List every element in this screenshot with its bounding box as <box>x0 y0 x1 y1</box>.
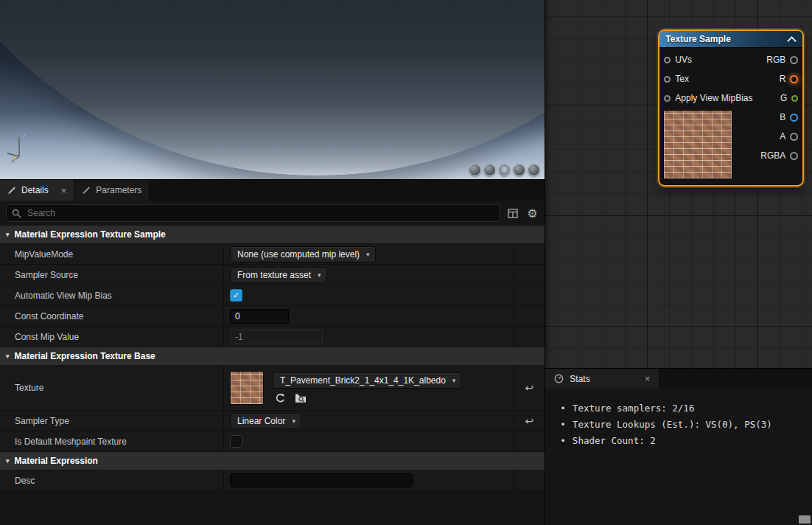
section-material-expression[interactable]: ▾ Material Expression <box>0 452 545 470</box>
search-icon <box>12 209 21 218</box>
section-title: Material Expression Texture Sample <box>15 229 166 240</box>
close-stats-icon[interactable]: × <box>645 373 651 384</box>
output-label: RGBA <box>760 150 785 161</box>
section-texture-base[interactable]: ▾ Material Expression Texture Base <box>0 347 545 366</box>
cylinder-preview-icon[interactable] <box>469 164 481 176</box>
plane-preview-icon[interactable] <box>498 164 511 176</box>
parameters-pencil-icon <box>82 186 91 195</box>
node-inputs: UVs Tex Apply View MipBias <box>659 50 752 108</box>
display-filter-icon[interactable] <box>506 206 519 220</box>
output-label: RGB <box>766 55 785 65</box>
use-selected-asset-icon[interactable] <box>274 392 286 404</box>
tab-stats[interactable]: Stats × <box>545 369 659 389</box>
const-coordinate-input[interactable] <box>230 309 289 324</box>
output-b: B <box>760 108 802 127</box>
section-collapse-icon[interactable]: ▾ <box>6 352 10 360</box>
stat-text: Texture samplers: 2/16 <box>573 400 695 417</box>
material-editor-window: z x Details × <box>0 0 812 525</box>
chevron-down-icon: ▾ <box>292 417 295 425</box>
section-collapse-icon[interactable]: ▾ <box>6 231 10 238</box>
stats-panel: Stats × • Texture samplers: 2/16 • Textu… <box>545 368 812 525</box>
row-texture: Texture T_Pavement_Brick2_1_4x1_4_1K_alb… <box>0 366 545 411</box>
texture-asset-dropdown[interactable]: T_Pavement_Brick2_1_4x1_4_1K_albedo ▾ <box>273 372 461 389</box>
details-pencil-icon <box>7 186 16 195</box>
search-input[interactable] <box>26 207 494 219</box>
output-pin-r[interactable] <box>790 75 798 83</box>
tab-details[interactable]: Details × <box>0 180 74 201</box>
texture-sample-node[interactable]: Texture Sample UVs Tex <box>658 29 804 187</box>
is-default-meshpaint-texture-checkbox[interactable] <box>230 435 242 448</box>
input-label: Tex <box>675 74 689 84</box>
output-label: A <box>780 131 785 142</box>
sampler-source-dropdown[interactable]: From texture asset ▾ <box>230 267 327 283</box>
details-panel: Details × Parameters <box>0 179 545 525</box>
search-box <box>6 204 500 222</box>
property-label: Texture <box>0 366 224 410</box>
output-g: G <box>760 88 802 108</box>
row-const-mip-value: Const Mip Value <box>0 327 545 347</box>
preview-shape-buttons <box>469 164 540 176</box>
cube-preview-icon[interactable] <box>513 164 525 176</box>
stats-content: • Texture samplers: 2/16 • Texture Looku… <box>545 389 812 525</box>
stat-line-texture-lookups: • Texture Lookups (Est.): VS(0), PS(3) <box>560 417 812 433</box>
sphere-preview-icon[interactable] <box>483 164 496 176</box>
node-body: UVs Tex Apply View MipBias R <box>659 48 802 185</box>
output-pin-a[interactable] <box>790 133 798 141</box>
section-texture-sample[interactable]: ▾ Material Expression Texture Sample <box>0 226 545 244</box>
tab-parameters[interactable]: Parameters <box>74 180 150 201</box>
stat-line-shader-count: • Shader Count: 2 <box>560 433 812 449</box>
output-pin-rgba[interactable] <box>790 152 798 160</box>
material-ball-preview-icon[interactable] <box>528 164 540 176</box>
close-tab-icon[interactable]: × <box>61 186 67 195</box>
input-tex: Tex <box>659 69 752 88</box>
tab-details-label: Details <box>21 185 49 195</box>
axis-gizmo-lines <box>4 131 38 165</box>
row-sampler-source: Sampler Source From texture asset ▾ <box>0 265 545 285</box>
input-pin-tex[interactable] <box>664 76 671 83</box>
node-header[interactable]: Texture Sample <box>659 31 802 48</box>
mip-value-mode-dropdown[interactable]: None (use computed mip level) ▾ <box>230 246 376 262</box>
input-pin-apply-view-mipbias[interactable] <box>664 95 671 102</box>
input-pin-uvs[interactable] <box>664 57 671 63</box>
row-sampler-type: Sampler Type Linear Color ▾ ↩ <box>0 411 545 431</box>
browse-to-asset-icon[interactable] <box>295 392 307 404</box>
left-column: z x Details × <box>0 0 545 525</box>
chevron-down-icon: ▾ <box>366 251 370 258</box>
row-mip-value-mode: MipValueMode None (use computed mip leve… <box>0 244 545 265</box>
material-graph-canvas[interactable]: Texture Sample UVs Tex <box>545 0 812 368</box>
bullet: • <box>560 417 566 433</box>
const-mip-value-input[interactable] <box>230 330 323 344</box>
stat-text: Texture Lookups (Est.): VS(0), PS(3) <box>573 417 772 433</box>
texture-thumbnail[interactable] <box>230 371 264 405</box>
input-apply-view-mipbias: Apply View MipBias <box>659 88 752 108</box>
property-label: Const Mip Value <box>0 327 224 347</box>
desc-input[interactable] <box>230 473 413 487</box>
property-grid: ▾ Material Expression Texture Sample Mip… <box>0 226 545 525</box>
reset-to-default-button[interactable]: ↩ <box>525 415 533 427</box>
right-column: Texture Sample UVs Tex <box>545 0 812 525</box>
output-a: A <box>760 127 802 146</box>
chevron-down-icon: ▾ <box>452 377 456 384</box>
input-uvs: UVs <box>659 50 752 69</box>
settings-gear-icon[interactable]: ⚙ <box>525 206 539 220</box>
input-label: UVs <box>675 55 692 65</box>
output-pin-rgb[interactable] <box>790 56 798 64</box>
row-is-default-meshpaint-texture: Is Default Meshpaint Texture <box>0 431 545 452</box>
automatic-view-mip-bias-checkbox[interactable]: ✓ <box>230 289 242 302</box>
output-r: R <box>760 69 802 88</box>
sampler-type-dropdown[interactable]: Linear Color ▾ <box>230 413 301 429</box>
collapse-chevron-up-icon[interactable] <box>787 36 797 46</box>
scrollbar-corner[interactable] <box>799 515 811 524</box>
output-pin-b[interactable] <box>790 114 798 122</box>
stats-tabbar: Stats × <box>545 369 812 389</box>
reset-to-default-button[interactable]: ↩ <box>525 382 533 394</box>
property-label: Is Default Meshpaint Texture <box>0 431 224 451</box>
stats-gauge-icon <box>554 374 564 383</box>
axis-z-label: z <box>22 131 27 140</box>
material-preview-viewport[interactable]: z x <box>0 0 545 179</box>
output-pin-g[interactable] <box>791 95 798 102</box>
node-outputs: RGB R G B <box>760 50 802 165</box>
section-collapse-icon[interactable]: ▾ <box>6 457 10 465</box>
details-search-row: ⚙ <box>0 201 545 226</box>
property-label: Automatic View Mip Bias <box>0 285 224 305</box>
